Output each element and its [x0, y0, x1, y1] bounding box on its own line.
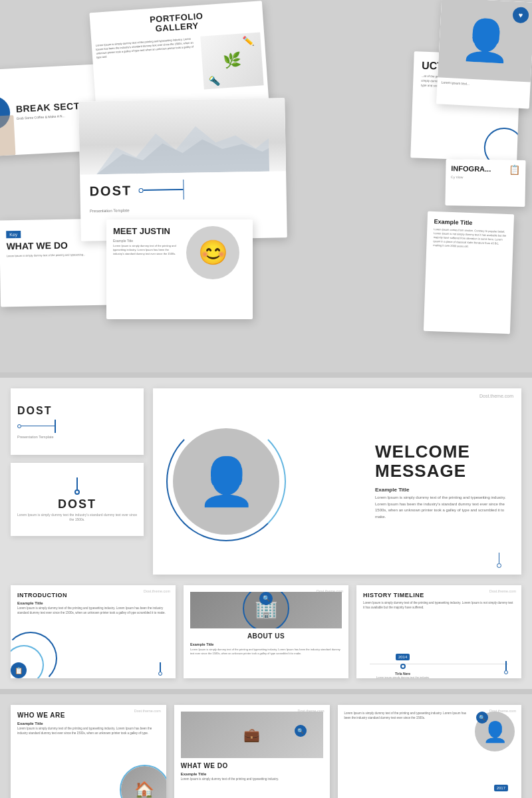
section-divider-2: [0, 689, 532, 694]
whatwedo-text: Lorem Ipsum is simply dummy text of the …: [7, 253, 106, 259]
whoweare-watermark: Dost.theme.com: [134, 709, 161, 713]
welcome-dot-bottom: [497, 553, 501, 568]
lower-section: Dost.theme.com WHO WE ARE Example Title …: [0, 694, 532, 798]
welcome-body-text: Lorem Ipsum is simply dummy text of the …: [375, 495, 508, 520]
history-year-text: Lorem ipsum simply dummy text the indust…: [376, 676, 429, 679]
slide-about-us: Dost.theme.com 🏢 🔍 ABOUT US Example Titl…: [184, 585, 348, 678]
history-year-badge-1: 2014: [396, 654, 410, 660]
mountain-background: [78, 98, 286, 174]
aboutus-image-top: 🏢 🔍: [190, 592, 342, 628]
intro-body-text: Lorem Ipsum is simply dummy text of the …: [17, 606, 169, 616]
lr-person-icon: 👤: [483, 720, 507, 743]
whatwedo-title: WHAT WE DO: [6, 239, 106, 252]
meetjustin-body: Lorem Ipsum is simply dummy text of the …: [113, 244, 180, 256]
history-content: 2014 Tirla Nere Lorem ipsum simply dummy…: [363, 617, 515, 657]
whoweare-example-title: Example Title: [17, 722, 160, 726]
dost-bottom-area: DOST: [80, 171, 287, 207]
plant-icon: 🌿: [223, 51, 242, 70]
aboutus-example-title: Example Title: [190, 642, 342, 646]
section-divider-1: [0, 372, 532, 378]
aboutus-title: ABOUT US: [190, 632, 342, 640]
dost-connector: [138, 180, 184, 200]
infogra-sub: Cy View: [451, 175, 520, 180]
dost2-vline-top: [76, 477, 78, 489]
person-main-icon: 👤: [198, 454, 255, 509]
intro-icon-circle: 📋: [11, 662, 27, 678]
middle-dost-sm-slide: DOST Presentation Template: [11, 388, 144, 455]
whatwedo-search-badge: 🔍: [295, 725, 307, 737]
lr-search-badge: 🔍: [476, 712, 488, 724]
aboutus-body-text: Lorem Ipsum is simply dummy text of the …: [190, 648, 342, 656]
ction-circle: [483, 127, 521, 162]
main-watermark: Dost.theme.com: [479, 394, 513, 398]
lower-row: Dost.theme.com WHO WE ARE Example Title …: [11, 705, 521, 798]
intro-circle-wrap: 📋: [11, 632, 57, 678]
whoweare-circle: 🏠: [120, 765, 166, 798]
lr-watermark: Dost.theme.com: [489, 709, 516, 713]
history-body-text: Lorem Ipsum is simply dummy text of the …: [363, 601, 515, 610]
dost2-subtitle: Lorem Ipsum is simply dummy text the ind…: [17, 513, 137, 522]
history-watermark: Dost.theme.com: [489, 589, 516, 593]
whatwedo-lower-title: WHAT WE DO: [181, 762, 323, 769]
person-big-img: 👤: [173, 428, 279, 535]
dost-sm-connector: [17, 420, 137, 433]
slide-who-we-are: Dost.theme.com WHO WE ARE Example Title …: [11, 705, 166, 798]
dost-sm-hline: [21, 426, 55, 427]
heart-badge-main: ♥: [266, 423, 285, 442]
middle-main-slide: Dost.theme.com 👤 ♥ WELCOMEMESSAGE Exampl…: [153, 388, 521, 575]
slide-meetjustin: MEET JUSTIN Example Title Lorem Ipsum is…: [106, 219, 253, 319]
whatwedo-lower-watermark: Dost.theme.com: [297, 709, 324, 713]
history-dot-circle: [504, 670, 508, 674]
dost-sm-subtitle: Presentation Template: [17, 435, 137, 439]
slide-whatwedo-lower: Dost.theme.com 💼 🔍 WHAT WE DO Example Ti…: [174, 705, 330, 798]
dost2-title: DOST: [58, 497, 96, 511]
portfolio-image-area: 🌿 ✏️ 🔦: [200, 32, 263, 89]
rp-text: Lorem ipsum comes from section. Contrary…: [433, 227, 507, 250]
welcome-example-title: Example Title: [375, 487, 508, 493]
person-big-circle: 👤 ♥: [166, 422, 286, 541]
key-badge: Key: [6, 231, 21, 238]
slide-right-panel-top: Example Title Lorem ipsum comes from sec…: [424, 211, 514, 334]
aboutus-content: 🏢 🔍 ABOUT US Example Title Lorem Ipsum i…: [190, 592, 342, 656]
dost-main-title: DOST: [89, 183, 132, 199]
welcome-content: WELCOMEMESSAGE Example Title Lorem Ipsum…: [375, 442, 508, 521]
top-collage-section: 💡 BREAK SECTION Grab Some Coffee & Make …: [0, 0, 532, 372]
mountain-svg: [96, 112, 270, 175]
dost-sm-title: DOST: [17, 405, 137, 417]
dost2-dot: [74, 489, 80, 495]
wd-dot: [497, 563, 501, 568]
meetjustin-person: 😊: [186, 226, 239, 279]
portfolio-text: Lorem Ipsum is simply dummy text of the …: [96, 37, 201, 97]
welcome-title: WELCOMEMESSAGE: [375, 442, 508, 480]
history-dot-bottom: [504, 661, 508, 674]
history-year-item-1: 2014 Tirla Nere Lorem ipsum simply dummy…: [376, 654, 429, 679]
middle-section: DOST Presentation Template DOST Lorem Ip…: [0, 378, 532, 585]
meetjustin-person-icon: 😊: [198, 239, 228, 267]
meetjustin-right: 😊: [180, 226, 246, 279]
bottom-row: Dost.theme.com INTRODUCTION Example Titl…: [0, 585, 532, 689]
meetjustin-title: MEET JUSTIN: [113, 226, 180, 236]
history-vline: [505, 661, 507, 670]
whatwedo-lower-example: Example Title: [181, 772, 323, 776]
dost-dot: [138, 188, 143, 193]
slide-infogra: INFOGRA... 📋 Cy View: [445, 159, 525, 207]
intro-dot: [158, 662, 162, 676]
middle-left-column: DOST Presentation Template DOST Lorem Ip…: [11, 388, 144, 575]
aboutus-search-badge: 🔍: [259, 592, 273, 605]
slide-introduction: Dost.theme.com INTRODUCTION Example Titl…: [11, 585, 176, 678]
person-circle-wrap: 👤 ♥: [166, 422, 286, 541]
whoweare-circle-img: 🏠: [121, 766, 166, 798]
rp-title: Example Title: [434, 218, 507, 227]
middle-dost2-slide: DOST Lorem Ipsum is simply dummy text th…: [11, 463, 144, 536]
lr-year-badge: 2017: [494, 785, 508, 791]
intro-vline: [160, 662, 161, 672]
timeline-area: 2014 Tirla Nere Lorem ipsum simply dummy…: [363, 617, 515, 657]
slide-lower-right: Dost.theme.com 👤 🔍 Lorem Ipsum is simply…: [338, 705, 522, 798]
intro-example-title: Example Title: [17, 601, 169, 605]
person-silhouette: 👤: [460, 15, 513, 65]
meetjustin-example-title: Example Title: [113, 239, 180, 243]
wd-vline: [499, 553, 500, 563]
history-year-dot-1: [400, 664, 406, 669]
dost-vline: [183, 180, 184, 200]
dost-hline: [143, 189, 183, 191]
